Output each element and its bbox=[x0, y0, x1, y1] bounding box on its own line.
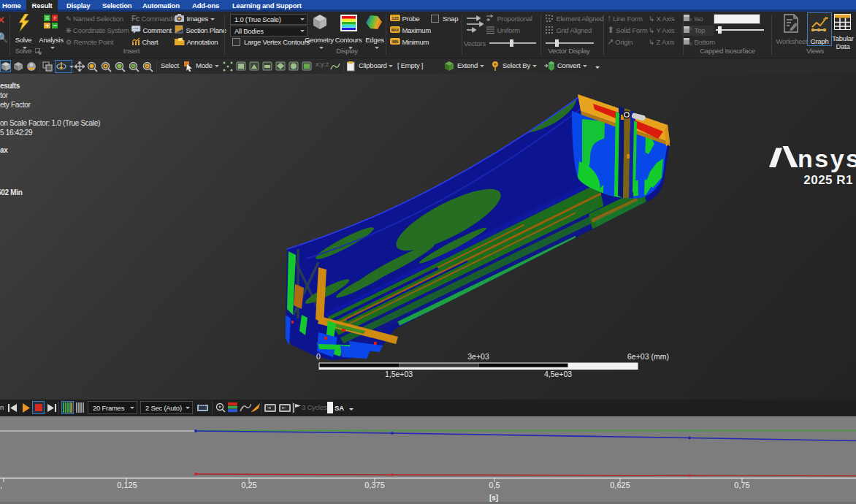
svg-text:0,75: 0,75 bbox=[734, 481, 749, 489]
svg-text:1,5e+03: 1,5e+03 bbox=[385, 370, 413, 378]
svg-text:[s]: [s] bbox=[489, 494, 498, 502]
svg-text:nsys: nsys bbox=[798, 145, 856, 172]
svg-text:MAX: MAX bbox=[391, 28, 400, 32]
svg-text:0: 0 bbox=[316, 352, 321, 361]
svg-text:x: x bbox=[689, 26, 692, 31]
svg-text:0,25: 0,25 bbox=[241, 481, 256, 489]
svg-text:0,125: 0,125 bbox=[117, 481, 137, 489]
svg-text:3e+03: 3e+03 bbox=[467, 352, 489, 361]
svg-text:123: 123 bbox=[391, 16, 399, 20]
svg-text:0,625: 0,625 bbox=[610, 481, 630, 489]
svg-text:MIN: MIN bbox=[392, 39, 399, 44]
svg-text:6e+03 (mm): 6e+03 (mm) bbox=[627, 352, 669, 361]
svg-text:,: , bbox=[0, 481, 2, 489]
svg-text:x: x bbox=[689, 17, 692, 22]
svg-text:2025 R1: 2025 R1 bbox=[803, 173, 853, 187]
svg-text:x: x bbox=[689, 41, 692, 45]
svg-text:0,375: 0,375 bbox=[364, 481, 385, 489]
svg-text:4,5e+03: 4,5e+03 bbox=[544, 370, 572, 378]
svg-text:0,5: 0,5 bbox=[489, 481, 500, 489]
